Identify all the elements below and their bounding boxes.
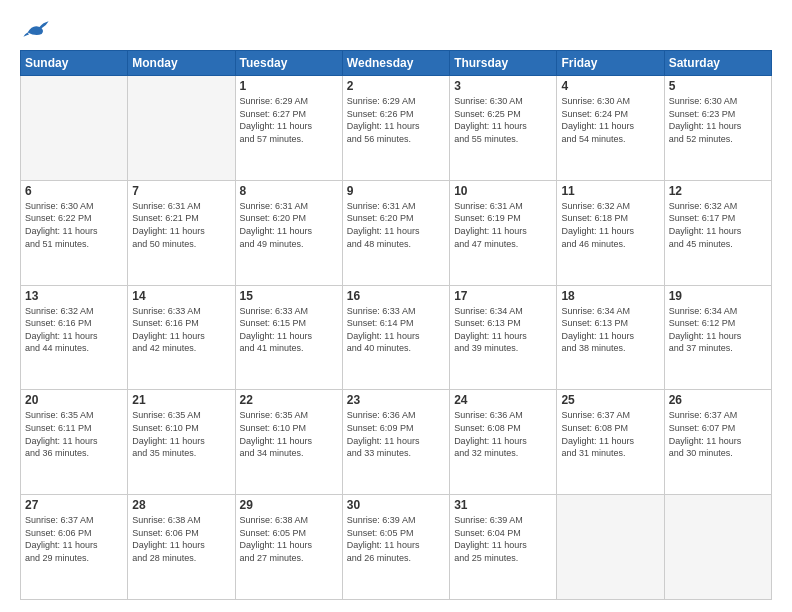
calendar-cell: 2Sunrise: 6:29 AM Sunset: 6:26 PM Daylig… <box>342 76 449 181</box>
day-info: Sunrise: 6:32 AM Sunset: 6:17 PM Dayligh… <box>669 200 767 250</box>
week-row-2: 6Sunrise: 6:30 AM Sunset: 6:22 PM Daylig… <box>21 180 772 285</box>
page: SundayMondayTuesdayWednesdayThursdayFrid… <box>0 0 792 612</box>
calendar-cell <box>557 495 664 600</box>
day-info: Sunrise: 6:31 AM Sunset: 6:21 PM Dayligh… <box>132 200 230 250</box>
day-info: Sunrise: 6:37 AM Sunset: 6:08 PM Dayligh… <box>561 409 659 459</box>
day-info: Sunrise: 6:30 AM Sunset: 6:25 PM Dayligh… <box>454 95 552 145</box>
calendar-cell: 10Sunrise: 6:31 AM Sunset: 6:19 PM Dayli… <box>450 180 557 285</box>
calendar-cell: 4Sunrise: 6:30 AM Sunset: 6:24 PM Daylig… <box>557 76 664 181</box>
day-number: 27 <box>25 498 123 512</box>
calendar-cell: 25Sunrise: 6:37 AM Sunset: 6:08 PM Dayli… <box>557 390 664 495</box>
calendar-cell: 3Sunrise: 6:30 AM Sunset: 6:25 PM Daylig… <box>450 76 557 181</box>
calendar-cell <box>128 76 235 181</box>
day-info: Sunrise: 6:39 AM Sunset: 6:05 PM Dayligh… <box>347 514 445 564</box>
day-number: 16 <box>347 289 445 303</box>
day-number: 9 <box>347 184 445 198</box>
weekday-header-row: SundayMondayTuesdayWednesdayThursdayFrid… <box>21 51 772 76</box>
calendar-cell: 29Sunrise: 6:38 AM Sunset: 6:05 PM Dayli… <box>235 495 342 600</box>
day-info: Sunrise: 6:36 AM Sunset: 6:09 PM Dayligh… <box>347 409 445 459</box>
logo-bird-icon <box>22 18 50 40</box>
day-info: Sunrise: 6:35 AM Sunset: 6:10 PM Dayligh… <box>240 409 338 459</box>
day-number: 12 <box>669 184 767 198</box>
day-info: Sunrise: 6:29 AM Sunset: 6:26 PM Dayligh… <box>347 95 445 145</box>
day-number: 23 <box>347 393 445 407</box>
day-number: 31 <box>454 498 552 512</box>
weekday-header-sunday: Sunday <box>21 51 128 76</box>
calendar-cell: 19Sunrise: 6:34 AM Sunset: 6:12 PM Dayli… <box>664 285 771 390</box>
calendar-cell: 18Sunrise: 6:34 AM Sunset: 6:13 PM Dayli… <box>557 285 664 390</box>
day-info: Sunrise: 6:31 AM Sunset: 6:19 PM Dayligh… <box>454 200 552 250</box>
day-info: Sunrise: 6:32 AM Sunset: 6:18 PM Dayligh… <box>561 200 659 250</box>
day-info: Sunrise: 6:38 AM Sunset: 6:06 PM Dayligh… <box>132 514 230 564</box>
calendar-cell: 16Sunrise: 6:33 AM Sunset: 6:14 PM Dayli… <box>342 285 449 390</box>
day-info: Sunrise: 6:29 AM Sunset: 6:27 PM Dayligh… <box>240 95 338 145</box>
calendar-cell: 30Sunrise: 6:39 AM Sunset: 6:05 PM Dayli… <box>342 495 449 600</box>
header <box>20 18 772 40</box>
calendar-cell: 7Sunrise: 6:31 AM Sunset: 6:21 PM Daylig… <box>128 180 235 285</box>
day-number: 25 <box>561 393 659 407</box>
calendar-cell: 31Sunrise: 6:39 AM Sunset: 6:04 PM Dayli… <box>450 495 557 600</box>
day-number: 24 <box>454 393 552 407</box>
day-info: Sunrise: 6:35 AM Sunset: 6:10 PM Dayligh… <box>132 409 230 459</box>
week-row-5: 27Sunrise: 6:37 AM Sunset: 6:06 PM Dayli… <box>21 495 772 600</box>
calendar-cell: 24Sunrise: 6:36 AM Sunset: 6:08 PM Dayli… <box>450 390 557 495</box>
calendar-cell: 11Sunrise: 6:32 AM Sunset: 6:18 PM Dayli… <box>557 180 664 285</box>
day-number: 22 <box>240 393 338 407</box>
day-info: Sunrise: 6:38 AM Sunset: 6:05 PM Dayligh… <box>240 514 338 564</box>
calendar-cell: 8Sunrise: 6:31 AM Sunset: 6:20 PM Daylig… <box>235 180 342 285</box>
calendar-cell: 22Sunrise: 6:35 AM Sunset: 6:10 PM Dayli… <box>235 390 342 495</box>
day-info: Sunrise: 6:36 AM Sunset: 6:08 PM Dayligh… <box>454 409 552 459</box>
day-number: 6 <box>25 184 123 198</box>
day-number: 2 <box>347 79 445 93</box>
week-row-4: 20Sunrise: 6:35 AM Sunset: 6:11 PM Dayli… <box>21 390 772 495</box>
day-info: Sunrise: 6:30 AM Sunset: 6:23 PM Dayligh… <box>669 95 767 145</box>
day-number: 5 <box>669 79 767 93</box>
calendar-cell: 14Sunrise: 6:33 AM Sunset: 6:16 PM Dayli… <box>128 285 235 390</box>
day-number: 8 <box>240 184 338 198</box>
day-info: Sunrise: 6:33 AM Sunset: 6:15 PM Dayligh… <box>240 305 338 355</box>
calendar-cell: 21Sunrise: 6:35 AM Sunset: 6:10 PM Dayli… <box>128 390 235 495</box>
day-info: Sunrise: 6:31 AM Sunset: 6:20 PM Dayligh… <box>240 200 338 250</box>
calendar-cell <box>664 495 771 600</box>
day-number: 19 <box>669 289 767 303</box>
day-number: 14 <box>132 289 230 303</box>
calendar-cell: 13Sunrise: 6:32 AM Sunset: 6:16 PM Dayli… <box>21 285 128 390</box>
day-number: 20 <box>25 393 123 407</box>
calendar-cell: 20Sunrise: 6:35 AM Sunset: 6:11 PM Dayli… <box>21 390 128 495</box>
day-number: 7 <box>132 184 230 198</box>
day-info: Sunrise: 6:34 AM Sunset: 6:12 PM Dayligh… <box>669 305 767 355</box>
calendar-table: SundayMondayTuesdayWednesdayThursdayFrid… <box>20 50 772 600</box>
day-number: 17 <box>454 289 552 303</box>
day-info: Sunrise: 6:35 AM Sunset: 6:11 PM Dayligh… <box>25 409 123 459</box>
day-number: 11 <box>561 184 659 198</box>
weekday-header-monday: Monday <box>128 51 235 76</box>
day-info: Sunrise: 6:34 AM Sunset: 6:13 PM Dayligh… <box>454 305 552 355</box>
day-info: Sunrise: 6:34 AM Sunset: 6:13 PM Dayligh… <box>561 305 659 355</box>
day-number: 28 <box>132 498 230 512</box>
calendar-cell: 23Sunrise: 6:36 AM Sunset: 6:09 PM Dayli… <box>342 390 449 495</box>
weekday-header-tuesday: Tuesday <box>235 51 342 76</box>
day-number: 13 <box>25 289 123 303</box>
day-number: 29 <box>240 498 338 512</box>
weekday-header-saturday: Saturday <box>664 51 771 76</box>
day-info: Sunrise: 6:30 AM Sunset: 6:22 PM Dayligh… <box>25 200 123 250</box>
calendar-cell: 17Sunrise: 6:34 AM Sunset: 6:13 PM Dayli… <box>450 285 557 390</box>
day-info: Sunrise: 6:33 AM Sunset: 6:16 PM Dayligh… <box>132 305 230 355</box>
week-row-3: 13Sunrise: 6:32 AM Sunset: 6:16 PM Dayli… <box>21 285 772 390</box>
calendar-cell: 26Sunrise: 6:37 AM Sunset: 6:07 PM Dayli… <box>664 390 771 495</box>
calendar-cell: 6Sunrise: 6:30 AM Sunset: 6:22 PM Daylig… <box>21 180 128 285</box>
calendar-cell: 15Sunrise: 6:33 AM Sunset: 6:15 PM Dayli… <box>235 285 342 390</box>
day-number: 1 <box>240 79 338 93</box>
week-row-1: 1Sunrise: 6:29 AM Sunset: 6:27 PM Daylig… <box>21 76 772 181</box>
day-info: Sunrise: 6:33 AM Sunset: 6:14 PM Dayligh… <box>347 305 445 355</box>
calendar-cell: 1Sunrise: 6:29 AM Sunset: 6:27 PM Daylig… <box>235 76 342 181</box>
day-number: 18 <box>561 289 659 303</box>
day-number: 15 <box>240 289 338 303</box>
weekday-header-wednesday: Wednesday <box>342 51 449 76</box>
weekday-header-thursday: Thursday <box>450 51 557 76</box>
day-info: Sunrise: 6:37 AM Sunset: 6:07 PM Dayligh… <box>669 409 767 459</box>
calendar-cell <box>21 76 128 181</box>
day-number: 10 <box>454 184 552 198</box>
day-info: Sunrise: 6:31 AM Sunset: 6:20 PM Dayligh… <box>347 200 445 250</box>
day-number: 21 <box>132 393 230 407</box>
